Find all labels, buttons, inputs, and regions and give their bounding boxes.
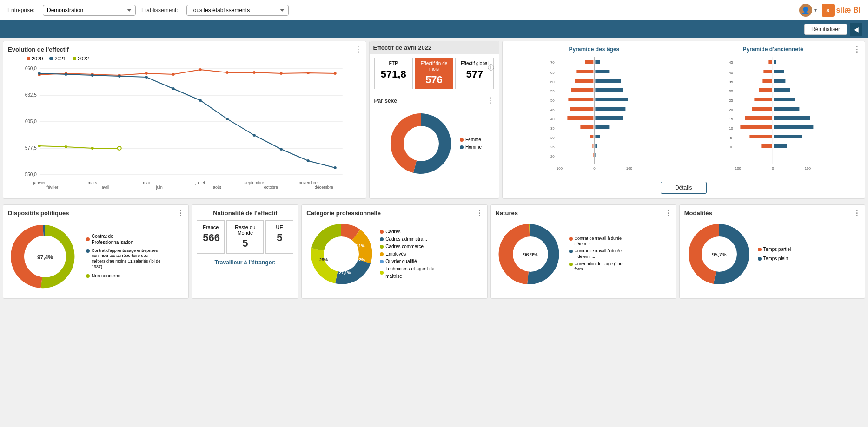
toolbar-chevron-button[interactable]: ◀ [850, 23, 862, 36]
svg-rect-122 [774, 135, 802, 138]
svg-rect-123 [774, 144, 787, 148]
silae-logo-text: silæ BI [836, 6, 861, 14]
cat-cadres-dot [380, 230, 384, 234]
svg-point-27 [172, 87, 175, 90]
homme-legend-item: Homme [460, 144, 482, 151]
pyramides-menu[interactable]: ⋮ [853, 45, 861, 54]
svg-rect-117 [774, 88, 790, 92]
etp-box: ETP 571,8 [374, 58, 413, 89]
reinitialiser-button[interactable]: Réinitialiser [804, 24, 847, 35]
cat-techniciens-dot [380, 271, 384, 275]
modalite-partiel-dot [758, 248, 762, 251]
pyramide-ages: Pyramide des âges 70 65 60 55 50 45 40 3… [507, 46, 682, 178]
svg-point-29 [226, 118, 229, 120]
svg-point-17 [226, 71, 229, 74]
svg-text:60: 60 [550, 80, 554, 84]
effectif-row: ETP 571,8 Effectif fin de mois 576 Effec… [374, 58, 494, 89]
svg-rect-85 [595, 116, 623, 120]
svg-text:97,4%: 97,4% [37, 254, 53, 261]
ue-value: 5 [272, 232, 287, 244]
svg-rect-84 [595, 107, 625, 111]
evolution-menu[interactable]: ⋮ [354, 45, 362, 54]
svg-text:95,7%: 95,7% [712, 252, 726, 257]
svg-rect-87 [595, 135, 600, 138]
cat-employes-label: Employés [385, 250, 406, 258]
svg-rect-109 [752, 107, 772, 111]
reste-label: Reste du Monde [232, 224, 258, 236]
categorie-legend: Cadres Cadres administra... Cadres comme… [380, 228, 441, 280]
natures-chart: 96,9% Contrat de travail à durée détermi… [496, 219, 671, 289]
cat-cadres-commerce-label: Cadres commerce [385, 243, 424, 250]
svg-point-19 [280, 72, 283, 75]
effectif-info-icon[interactable]: ⓘ [488, 64, 494, 72]
svg-text:35: 35 [550, 126, 554, 131]
categorie-svg: 15,1% 22% 27,1% 25% [306, 219, 376, 289]
modalites-legend: Temps partiel Temps plein [758, 246, 791, 263]
dispositifs-chart: 97,4% Contrat deProfessionnalisation Con… [8, 219, 184, 294]
svg-text:100: 100 [556, 166, 563, 171]
cat-techniciens: Techniciens et agent de maîtrise [380, 265, 441, 280]
silae-logo-icon: s [822, 4, 835, 17]
svg-text:45: 45 [550, 108, 554, 112]
modalite-plein-dot [758, 257, 762, 261]
fin-mois-value: 576 [417, 74, 451, 86]
svg-point-24 [91, 74, 94, 77]
svg-point-126 [324, 236, 359, 272]
modalites-card: ⋮ Modalités 95,7% Temps partiel Temps pl… [679, 204, 865, 299]
svg-rect-105 [764, 70, 772, 73]
evolution-svg: 660,0 632,5 605,0 577,5 550,0 [8, 63, 361, 193]
entreprise-select[interactable]: Demonstration [43, 5, 136, 16]
svg-rect-76 [590, 135, 593, 138]
svg-text:0: 0 [730, 145, 732, 149]
svg-text:577,5: 577,5 [25, 145, 37, 151]
cat-ouvrier-dot [380, 260, 384, 263]
dispositifs-svg: 97,4% [8, 219, 82, 294]
svg-text:juin: juin [156, 185, 163, 190]
par-sexe-label: Par sexe [374, 98, 397, 104]
par-sexe-menu[interactable]: ⋮ [486, 96, 494, 105]
nationalite-card: Nationalité de l'effectif France 566 Res… [192, 204, 298, 299]
modalites-menu[interactable]: ⋮ [853, 209, 861, 217]
entreprise-label: Entreprise: [7, 7, 34, 13]
svg-point-16 [199, 68, 202, 71]
svg-text:55: 55 [550, 89, 554, 93]
femme-dot [460, 138, 464, 142]
homme-label: Homme [465, 144, 482, 151]
svg-rect-116 [774, 79, 786, 83]
dispositif-3: Non concerné [86, 272, 161, 280]
svg-text:25%: 25% [319, 257, 328, 262]
svg-rect-108 [755, 98, 772, 101]
svg-rect-88 [595, 144, 597, 148]
svg-point-14 [145, 72, 148, 75]
evolution-card: ⋮ Evolution de l'effectif 2020 2021 2022… [3, 41, 366, 199]
ages-svg: 70 65 60 55 50 45 40 35 30 25 20 100 0 [507, 54, 682, 175]
svg-rect-77 [592, 144, 593, 148]
svg-point-25 [118, 75, 121, 78]
categorie-menu[interactable]: ⋮ [476, 209, 484, 217]
svg-point-18 [253, 71, 256, 74]
dispositifs-title: Dispositifs politiques [8, 210, 184, 217]
france-box: France 566 [197, 220, 225, 254]
cat-cadres-commerce: Cadres commerce [380, 243, 441, 250]
etablissement-select[interactable]: Tous les établissements [186, 5, 289, 16]
svg-text:27,1%: 27,1% [339, 270, 351, 275]
etp-label: ETP [377, 61, 411, 66]
dispositif-3-label: Non concerné [92, 272, 120, 280]
header: Entreprise: Demonstration Etablissement:… [0, 0, 868, 20]
cat-cadres-admin-label: Cadres administra... [385, 236, 427, 243]
svg-point-23 [65, 73, 67, 76]
user-menu[interactable]: 👤 ▾ [799, 4, 817, 17]
dispositifs-menu[interactable]: ⋮ [177, 209, 185, 217]
anciennete-svg: 45 40 35 30 25 20 15 10 5 0 100 0 100 [686, 54, 860, 175]
silae-logo: s silæ BI [822, 4, 861, 17]
cat-cadres: Cadres [380, 228, 441, 236]
svg-point-28 [199, 99, 202, 102]
reste-box: Reste du Monde 5 [226, 220, 264, 254]
legend-2021: 2021 [49, 56, 66, 61]
details-button[interactable]: Détails [661, 182, 707, 194]
svg-text:40: 40 [550, 117, 554, 121]
svg-text:10: 10 [729, 126, 733, 131]
natures-menu[interactable]: ⋮ [664, 209, 672, 217]
svg-point-31 [280, 148, 283, 151]
reste-value: 5 [232, 237, 258, 250]
